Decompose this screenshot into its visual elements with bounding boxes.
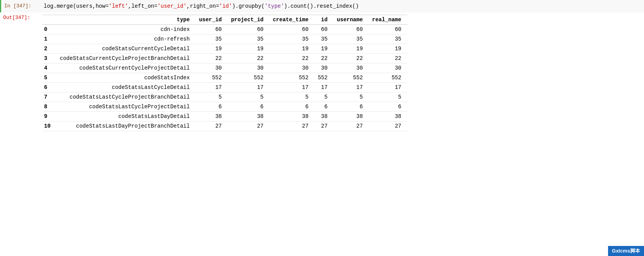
cell-type: codeStatsLastCycleProjectDetail xyxy=(57,102,196,112)
cell-id: 5 xyxy=(315,92,334,102)
cell-index: 9 xyxy=(43,112,57,121)
cell-index: 2 xyxy=(43,44,57,54)
output-table-wrapper: type user_id project_id create_time id u… xyxy=(43,14,644,131)
code-right-on-key: right_on xyxy=(190,3,216,9)
cell-real-name: 22 xyxy=(369,54,408,63)
cell-username: 552 xyxy=(334,73,369,83)
cell-user-id: 60 xyxy=(196,25,228,34)
code-merge: merge xyxy=(57,3,73,9)
cell-real-name: 35 xyxy=(369,34,408,44)
cell-id: 17 xyxy=(315,83,334,92)
cell-user-id: 6 xyxy=(196,102,228,112)
cell-create-time: 30 xyxy=(270,63,315,73)
cell-type: codeStatsCurrentCycleDetail xyxy=(57,44,196,54)
cell-real-name: 552 xyxy=(369,73,408,83)
cell-create-time: 27 xyxy=(270,121,315,131)
col-header-user-id: user_id xyxy=(196,15,228,25)
data-table: type user_id project_id create_time id u… xyxy=(43,15,407,131)
cell-project-id: 27 xyxy=(228,121,270,131)
cell-create-time: 38 xyxy=(270,112,315,121)
table-row: 1cdn-refresh353535353535 xyxy=(43,34,407,44)
cell-id: 22 xyxy=(315,54,334,63)
table-row: 6codeStatsLastCycleDetail171717171717 xyxy=(43,83,407,92)
code-count: count xyxy=(291,3,307,9)
cell-index: 3 xyxy=(43,54,57,63)
cell-real-name: 17 xyxy=(369,83,408,92)
code-how-val: 'left' xyxy=(109,3,128,9)
table-row: 2codeStatsCurrentCycleDetail191919191919 xyxy=(43,44,407,54)
code-left-on-key: left_on xyxy=(131,3,154,9)
cell-id: 552 xyxy=(315,73,334,83)
cell-project-id: 5 xyxy=(228,92,270,102)
cell-id: 38 xyxy=(315,112,334,121)
cell-project-id: 38 xyxy=(228,112,270,121)
cell-type: codeStatsLastDayProjectBranchDetail xyxy=(57,121,196,131)
cell-username: 5 xyxy=(334,92,369,102)
cell-real-name: 19 xyxy=(369,44,408,54)
cell-username: 60 xyxy=(334,25,369,34)
cell-create-time: 35 xyxy=(270,34,315,44)
cell-project-id: 552 xyxy=(228,73,270,83)
cell-create-time: 552 xyxy=(270,73,315,83)
cell-index: 10 xyxy=(43,121,57,131)
cell-index: 8 xyxy=(43,102,57,112)
cell-user-id: 27 xyxy=(196,121,228,131)
cell-create-time: 6 xyxy=(270,102,315,112)
col-header-index xyxy=(43,15,57,25)
cell-output-label: Out[347]: xyxy=(0,14,43,20)
notebook-cell: In [347]: log.merge(users,how='left',lef… xyxy=(0,0,644,131)
code-groupby: groupby xyxy=(239,3,261,9)
cell-real-name: 60 xyxy=(369,25,408,34)
cell-type: codeStatsLastCycleProjectBranchDetail xyxy=(57,92,196,102)
cell-project-id: 30 xyxy=(228,63,270,73)
cell-input: In [347]: log.merge(users,how='left',lef… xyxy=(0,0,644,12)
table-row: 10codeStatsLastDayProjectBranchDetail272… xyxy=(43,121,407,131)
cell-project-id: 19 xyxy=(228,44,270,54)
cell-create-time: 22 xyxy=(270,54,315,63)
code-users: users xyxy=(76,3,92,9)
cell-real-name: 6 xyxy=(369,102,408,112)
cell-project-id: 60 xyxy=(228,25,270,34)
cell-username: 22 xyxy=(334,54,369,63)
code-right-on-val: 'id' xyxy=(219,3,232,9)
cell-create-time: 17 xyxy=(270,83,315,92)
notebook-page: In [347]: log.merge(users,how='left',lef… xyxy=(0,0,644,256)
cell-real-name: 38 xyxy=(369,112,408,121)
cell-create-time: 19 xyxy=(270,44,315,54)
cell-user-id: 35 xyxy=(196,34,228,44)
col-header-username: username xyxy=(334,15,369,25)
cell-project-id: 35 xyxy=(228,34,270,44)
code-type-arg: 'type' xyxy=(264,3,284,9)
cell-type: codeStatsCurrentCycleProjectDetail xyxy=(57,63,196,73)
cell-index: 1 xyxy=(43,34,57,44)
cell-index: 0 xyxy=(43,25,57,34)
code-log: log xyxy=(44,3,53,9)
cell-username: 30 xyxy=(334,63,369,73)
cell-type: codeStatsIndex xyxy=(57,73,196,83)
code-how-key: how xyxy=(95,3,105,9)
corner-badge: Gxlcms脚本 xyxy=(608,246,644,256)
cell-username: 27 xyxy=(334,121,369,131)
cell-id: 27 xyxy=(315,121,334,131)
table-row: 8codeStatsLastCycleProjectDetail666666 xyxy=(43,102,407,112)
cell-project-id: 17 xyxy=(228,83,270,92)
code-left-on-val: 'user_id' xyxy=(157,3,187,9)
table-row: 5codeStatsIndex552552552552552552 xyxy=(43,73,407,83)
cell-username: 35 xyxy=(334,34,369,44)
table-row: 7codeStatsLastCycleProjectBranchDetail55… xyxy=(43,92,407,102)
col-header-real-name: real_name xyxy=(369,15,408,25)
cell-project-id: 6 xyxy=(228,102,270,112)
cell-type: cdn-refresh xyxy=(57,34,196,44)
cell-user-id: 552 xyxy=(196,73,228,83)
cell-type: codeStatsLastCycleDetail xyxy=(57,83,196,92)
cell-username: 38 xyxy=(334,112,369,121)
cell-real-name: 27 xyxy=(369,121,408,131)
col-header-create-time: create_time xyxy=(270,15,315,25)
cell-user-id: 17 xyxy=(196,83,228,92)
cell-username: 17 xyxy=(334,83,369,92)
cell-id: 6 xyxy=(315,102,334,112)
table-row: 0cdn-index606060606060 xyxy=(43,25,407,34)
cell-input-label: In [347]: xyxy=(1,2,44,9)
cell-user-id: 5 xyxy=(196,92,228,102)
cell-user-id: 22 xyxy=(196,54,228,63)
